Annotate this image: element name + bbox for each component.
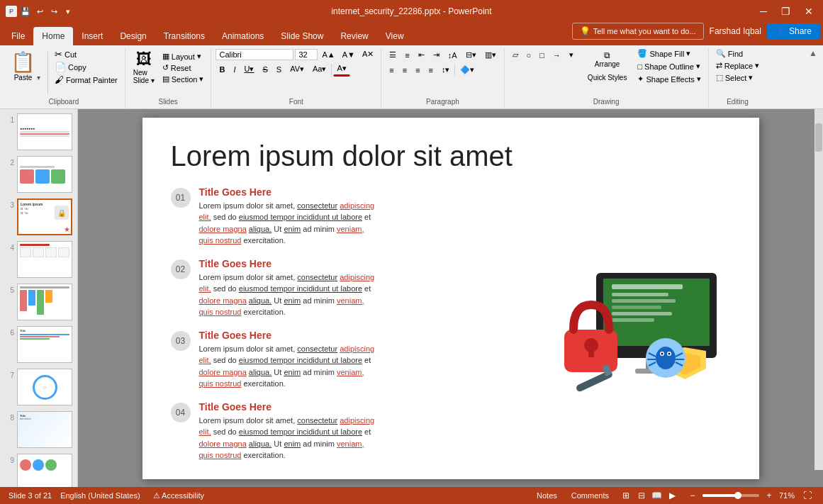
fit-slide-button[interactable]: ⛶ — [800, 489, 814, 502]
change-case-button[interactable]: Aa▾ — [309, 62, 330, 76]
slide-num-7: 7 — [4, 371, 14, 379]
restore-button[interactable]: ❐ — [777, 6, 795, 17]
shape-fill-button[interactable]: 🪣Shape Fill▾ — [634, 48, 703, 59]
undo-button[interactable]: ↩ — [34, 6, 45, 17]
collapse-ribbon-button[interactable]: ▲ — [809, 48, 817, 58]
increase-indent-button[interactable]: ⇥ — [430, 48, 443, 62]
customize-qat-button[interactable]: ▾ — [62, 6, 74, 17]
bold-button[interactable]: B — [215, 63, 228, 76]
paste-button[interactable]: 📋 Paste ▾ — [7, 48, 44, 84]
comments-button[interactable]: Comments — [567, 490, 613, 501]
font-color-button[interactable]: A▾ — [333, 62, 349, 77]
slide-canvas[interactable]: Lorem ipsum dolor sit amet 01 Title Goes… — [142, 118, 759, 479]
tab-design[interactable]: Design — [111, 27, 155, 45]
copy-button[interactable]: 📄Copy — [52, 61, 121, 73]
slideshow-button[interactable]: ▶ — [666, 489, 680, 502]
tab-slideshow[interactable]: Slide Show — [272, 27, 332, 45]
smartart-button[interactable]: 🔷▾ — [457, 63, 478, 77]
accessibility-button[interactable]: ⚠ Accessibility — [149, 490, 208, 502]
underline-button[interactable]: U▾ — [240, 62, 257, 76]
cut-button[interactable]: ✂Cut — [52, 48, 121, 60]
zoom-in-button[interactable]: + — [762, 489, 776, 502]
tab-review[interactable]: Review — [332, 27, 376, 45]
italic-button[interactable]: I — [230, 63, 239, 76]
slide-thumb-5[interactable]: 5 — [3, 282, 74, 322]
drawing-label: Drawing — [505, 98, 708, 106]
slide-thumb-9[interactable]: 9 — [3, 452, 74, 487]
zoom-slider-thumb[interactable] — [734, 492, 741, 499]
rect-button[interactable]: □ — [536, 48, 548, 62]
shape-outline-button[interactable]: □Shape Outline▾ — [634, 61, 703, 72]
quick-styles-button[interactable]: Quick Styles — [584, 72, 631, 84]
notes-button[interactable]: Notes — [532, 490, 561, 501]
canvas-scrollbar[interactable] — [814, 109, 823, 470]
new-slide-button[interactable]: 🖼 NewSlide ▾ — [130, 48, 158, 86]
decrease-indent-button[interactable]: ⇤ — [415, 48, 428, 62]
slide-thumb-8[interactable]: 8 Title text content — [3, 410, 74, 449]
reading-view-button[interactable]: 📖 — [650, 489, 664, 502]
slide-sorter-button[interactable]: ⊟ — [634, 489, 649, 502]
shape-effects-button[interactable]: ✦Shape Effects▾ — [634, 74, 703, 84]
normal-view-button[interactable]: ⊞ — [619, 489, 633, 502]
scroll-thumb[interactable] — [815, 123, 822, 152]
slide-thumb-3[interactable]: 3 Lorem ipsum 01Title 02Title 🔒 ★ — [3, 197, 74, 237]
tab-animations[interactable]: Animations — [213, 27, 272, 45]
text-direction-button[interactable]: ↕A — [444, 49, 461, 62]
align-center-button[interactable]: ≡ — [399, 64, 410, 77]
minimize-button[interactable]: ─ — [756, 6, 771, 17]
font-name-input[interactable] — [215, 49, 293, 60]
align-text-button[interactable]: ⊟▾ — [462, 48, 480, 62]
font-size-input[interactable] — [295, 49, 318, 60]
bullets-button[interactable]: ☰ — [386, 48, 400, 62]
format-painter-button[interactable]: 🖌Format Painter — [52, 74, 121, 86]
replace-button[interactable]: ⇄Replace▾ — [713, 60, 762, 71]
redo-button[interactable]: ↪ — [48, 6, 60, 17]
slide-thumb-1[interactable]: 1 ●●●●●●● — [3, 112, 74, 152]
line-spacing-button[interactable]: ↕▾ — [438, 63, 454, 77]
close-button[interactable]: ✕ — [800, 6, 817, 17]
arrange-button[interactable]: ⧉ Arrange — [584, 48, 631, 70]
slide-thumb-4[interactable]: 4 — [3, 240, 74, 279]
more-shapes-button[interactable]: ▾ — [566, 48, 577, 62]
tab-insert[interactable]: Insert — [73, 27, 111, 45]
tab-file[interactable]: File — [3, 27, 33, 45]
lightbulb-icon: 💡 — [580, 26, 590, 36]
select-button[interactable]: ⬚Select▾ — [713, 72, 756, 83]
paste-dropdown-icon[interactable]: ▾ — [37, 74, 40, 82]
tab-view[interactable]: View — [377, 27, 413, 45]
share-button[interactable]: 👤 Share — [767, 23, 820, 39]
zoom-out-button[interactable]: − — [685, 489, 700, 502]
increase-font-button[interactable]: A▲ — [319, 49, 337, 60]
numbering-button[interactable]: ≡ — [401, 49, 413, 62]
svg-rect-7 — [612, 318, 654, 322]
save-button[interactable]: 💾 — [20, 6, 31, 17]
svg-point-19 — [661, 352, 663, 354]
tab-transitions[interactable]: Transitions — [155, 27, 213, 45]
reset-button[interactable]: ↺Reset — [159, 62, 207, 73]
slide-thumb-6[interactable]: 6 Title — [3, 325, 74, 364]
character-spacing-button[interactable]: AV▾ — [286, 62, 308, 76]
canvas-area: Lorem ipsum dolor sit amet 01 Title Goes… — [78, 109, 823, 487]
find-button[interactable]: 🔍Find — [713, 48, 746, 59]
zoom-slider-track[interactable] — [702, 494, 759, 497]
slide-thumb-2[interactable]: 2 — [3, 155, 74, 194]
align-right-button[interactable]: ≡ — [412, 64, 423, 77]
arrow-button[interactable]: → — [549, 48, 564, 62]
clear-format-button[interactable]: A✕ — [359, 48, 376, 60]
decrease-font-button[interactable]: A▼ — [340, 49, 358, 60]
tab-home[interactable]: Home — [33, 27, 73, 45]
ribbon-tabs: File Home Insert Design Transitions Anim… — [0, 23, 823, 45]
align-left-button[interactable]: ≡ — [386, 64, 397, 77]
shape-button[interactable]: ▱ — [509, 48, 522, 62]
section-button[interactable]: ▤Section▾ — [159, 74, 207, 84]
strikethrough-button[interactable]: S — [259, 63, 271, 76]
shadow-button[interactable]: S — [273, 63, 285, 76]
oval-button[interactable]: ○ — [523, 48, 535, 62]
quick-styles-label: Quick Styles — [588, 74, 627, 82]
slide-num-2: 2 — [4, 159, 14, 167]
slide-thumb-7[interactable]: 7 ○ — [3, 367, 74, 407]
justify-button[interactable]: ≡ — [425, 64, 437, 77]
layout-button[interactable]: ▦Layout▾ — [159, 51, 207, 62]
columns-button[interactable]: ▥▾ — [481, 48, 500, 62]
tell-me-input[interactable]: 💡 Tell me what you want to do... — [572, 23, 704, 40]
